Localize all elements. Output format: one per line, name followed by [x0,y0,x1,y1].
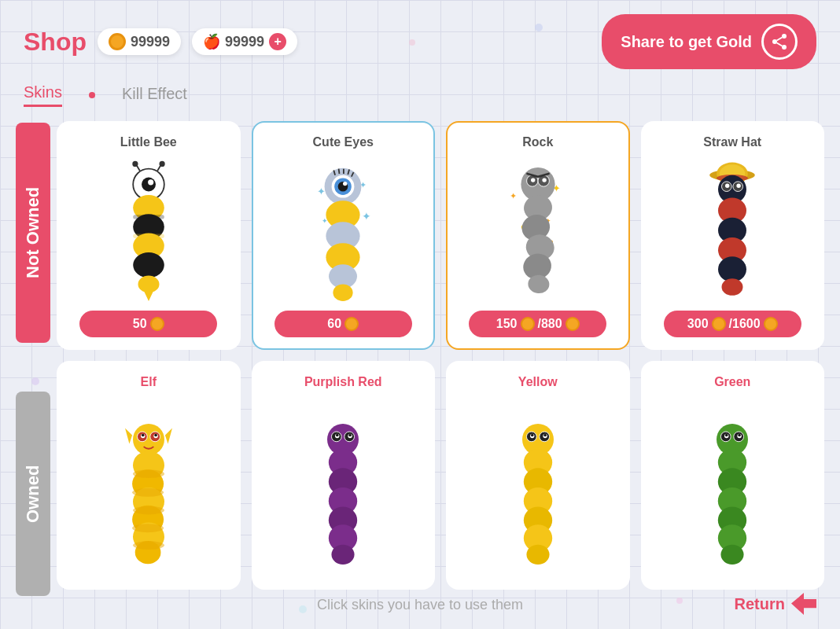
svg-point-63 [725,183,729,187]
gold-coin-icon [521,317,535,331]
gold-coin-icon [150,317,164,331]
tabs-bar: Skins Kill Effect [0,83,840,115]
gold-coin-icon [712,317,726,331]
svg-point-109 [543,433,547,436]
svg-point-78 [154,433,157,436]
svg-text:✦: ✦ [363,209,372,222]
card-green[interactable]: Green [641,361,825,590]
svg-marker-71 [165,428,172,443]
svg-point-115 [526,544,549,564]
svg-line-3 [777,43,783,46]
svg-marker-129 [791,593,816,615]
card-image-rock: ✦ ✦ ✦ ● ● [457,156,619,304]
cards-grid: Little Bee [57,115,824,596]
buy-cute-eyes-button[interactable]: 60 [274,311,412,337]
card-image-yellow [457,395,619,577]
svg-point-64 [737,183,741,187]
gold-icon [109,33,126,50]
footer-hint: Click skins you have to use them [317,597,523,613]
svg-point-0 [782,34,787,39]
svg-point-102 [332,544,355,564]
bg-dot [409,39,415,46]
card-rock[interactable]: Rock ✦ ✦ ✦ ● ● [446,121,630,350]
svg-point-47 [531,178,535,182]
svg-point-96 [349,433,352,436]
card-image-elf [68,395,230,577]
share-button-label: Share to get Gold [621,33,752,51]
svg-point-11 [148,179,153,185]
svg-point-69 [722,278,743,296]
svg-point-88 [132,524,164,532]
main-content: Not Owned Owned Little Bee [0,115,840,596]
svg-point-87 [133,506,164,514]
svg-point-77 [142,433,145,436]
gold-coin-icon2 [566,317,580,331]
share-to-get-gold-button[interactable]: Share to get Gold [602,14,816,69]
svg-point-72 [133,424,164,455]
svg-point-89 [133,541,164,550]
buy-rock-button[interactable]: 150 /880 [469,311,606,337]
svg-marker-70 [125,428,132,443]
footer: Click skins you have to use them [0,597,840,613]
shop-title: Shop [24,28,87,57]
svg-point-108 [531,433,534,436]
rock-price-separator: /880 [538,317,562,331]
card-cute-eyes[interactable]: Cute Eyes ✦ ✦ ✦ ✦ [252,121,436,350]
straw-hat-price: 300 [687,317,709,331]
card-image-cute-eyes: ✦ ✦ ✦ ✦ [263,156,425,304]
card-title-cute-eyes: Cute Eyes [313,135,374,149]
header-left: Shop 99999 🍎 99999 + [24,28,297,57]
card-image-little-bee [68,156,230,304]
card-image-straw-hat [652,156,814,304]
card-straw-hat[interactable]: Straw Hat [641,121,825,350]
svg-point-38 [333,284,353,301]
svg-point-128 [721,544,744,564]
svg-point-8 [159,160,164,166]
svg-point-68 [718,256,746,281]
return-button[interactable]: Return [735,593,816,615]
svg-point-122 [739,433,742,436]
card-little-bee[interactable]: Little Bee [57,121,241,350]
tab-separator-dot [89,92,95,98]
card-image-purplish-red [263,395,425,577]
tab-skins[interactable]: Skins [24,83,62,107]
svg-point-10 [142,177,156,191]
gold-currency-badge: 99999 [98,28,181,55]
card-yellow[interactable]: Yellow [446,361,630,590]
little-bee-price: 50 [133,317,147,331]
tab-kill-effect[interactable]: Kill Effect [122,85,187,106]
svg-text:✦: ✦ [317,186,326,197]
card-elf[interactable]: Elf [57,361,241,590]
svg-point-6 [132,160,138,166]
side-labels: Not Owned Owned [16,115,57,596]
cute-eyes-price: 60 [327,317,341,331]
gold-coin-icon [344,317,359,331]
return-arrow-icon [791,593,816,615]
card-title-yellow: Yellow [518,375,558,389]
svg-rect-18 [133,215,164,219]
svg-line-4 [777,38,783,41]
straw-hat-price-separator: /1600 [729,317,761,331]
share-icon [761,24,798,60]
card-title-rock: Rock [522,135,553,149]
owned-label: Owned [16,392,50,596]
card-title-little-bee: Little Bee [120,135,177,149]
gold-amount: 99999 [131,34,170,50]
not-owned-label: Not Owned [16,123,50,343]
card-image-green [652,395,814,577]
apple-currency-badge: 🍎 99999 + [192,28,297,55]
svg-point-121 [725,433,728,436]
gold-coin-icon2 [764,317,778,331]
svg-text:✦: ✦ [510,190,517,200]
svg-point-1 [772,39,777,44]
svg-rect-19 [133,234,164,237]
add-apple-button[interactable]: + [269,33,286,50]
svg-line-30 [339,168,340,173]
svg-point-85 [133,469,164,478]
svg-point-95 [336,433,339,436]
apple-amount: 99999 [225,34,264,50]
svg-marker-17 [143,290,153,301]
buy-straw-hat-button[interactable]: 300 /1600 [664,311,801,337]
buy-little-bee-button[interactable]: 50 [79,311,217,337]
card-purplish-red[interactable]: Purplish Red [252,361,436,590]
